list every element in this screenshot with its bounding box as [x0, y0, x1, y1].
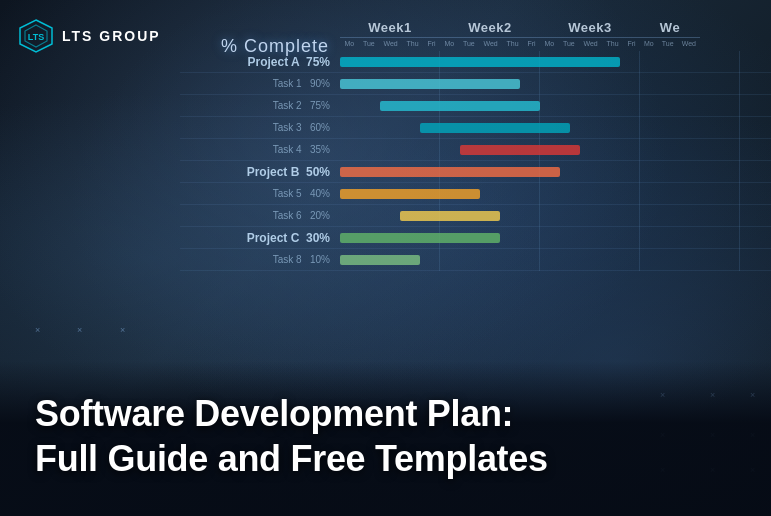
logo-text: LTS GROUP: [62, 28, 161, 44]
task-8-label: Task 8 10%: [180, 254, 340, 265]
project-a-bar: [340, 57, 620, 67]
dot-marker: ×: [120, 325, 125, 335]
task-6-bars: [340, 205, 771, 227]
week4-days: Mo Tue Wed: [640, 40, 700, 47]
text-overlay: Software Development Plan: Full Guide an…: [0, 361, 771, 516]
task-1-bars: [340, 73, 771, 95]
project-a-bars: [340, 51, 771, 73]
title-line2: Full Guide and Free Templates: [35, 438, 548, 479]
task-3-bars: [340, 117, 771, 139]
table-row: Task 6 20%: [180, 205, 771, 227]
task-8-bar: [340, 255, 420, 265]
task-3-label: Task 3 60%: [180, 122, 340, 133]
table-row: Task 2 75%: [180, 95, 771, 117]
task-6-bar: [400, 211, 500, 221]
gantt-chart: Week1 Week2 Week3 We Mo Tue Wed Thu Fri …: [180, 20, 771, 380]
project-c-bars: [340, 227, 771, 249]
week-3-header: Week3: [540, 20, 640, 38]
dot-marker: ×: [77, 325, 82, 335]
dot-marker: ×: [35, 325, 40, 335]
project-c-bar: [340, 233, 500, 243]
hero-container: LTS LTS GROUP % Complete Week1 Week2 Wee…: [0, 0, 771, 516]
task-8-bars: [340, 249, 771, 271]
project-c-label: Project C 30%: [180, 231, 340, 245]
table-row: Project C 30%: [180, 227, 771, 249]
lts-logo-icon: LTS: [18, 18, 54, 54]
project-b-bar: [340, 167, 560, 177]
svg-text:LTS: LTS: [28, 32, 44, 42]
table-row: Project B 50%: [180, 161, 771, 183]
table-row: Task 1 90%: [180, 73, 771, 95]
task-2-bars: [340, 95, 771, 117]
table-row: Task 8 10%: [180, 249, 771, 271]
task-4-bars: [340, 139, 771, 161]
page-title: Software Development Plan: Full Guide an…: [35, 391, 736, 481]
week1-days: Mo Tue Wed Thu Fri: [340, 40, 440, 47]
logo: LTS LTS GROUP: [18, 18, 161, 54]
gantt-day-headers: Mo Tue Wed Thu Fri Mo Tue Wed Thu Fri Mo…: [340, 40, 771, 47]
task-2-bar: [380, 101, 540, 111]
task-1-bar: [340, 79, 520, 89]
table-row: Task 4 35%: [180, 139, 771, 161]
week-4-header: We: [640, 20, 700, 38]
pct-complete-label: % Complete: [221, 36, 329, 57]
week-1-header: Week1: [340, 20, 440, 38]
task-1-label: Task 1 90%: [180, 78, 340, 89]
table-row: Task 5 40%: [180, 183, 771, 205]
table-row: Task 3 60%: [180, 117, 771, 139]
task-6-label: Task 6 20%: [180, 210, 340, 221]
gantt-rows: Project A 75% Task 1 90% Task 2 75% Tas: [180, 51, 771, 271]
task-5-bars: [340, 183, 771, 205]
task-2-label: Task 2 75%: [180, 100, 340, 111]
week-2-header: Week2: [440, 20, 540, 38]
task-3-bar: [420, 123, 570, 133]
project-b-label: Project B 50%: [180, 165, 340, 179]
title-line1: Software Development Plan:: [35, 393, 513, 434]
week2-days: Mo Tue Wed Thu Fri: [440, 40, 540, 47]
task-4-bar: [460, 145, 580, 155]
gantt-week-headers: Week1 Week2 Week3 We: [340, 20, 771, 38]
week3-days: Mo Tue Wed Thu Fri: [540, 40, 640, 47]
task-4-label: Task 4 35%: [180, 144, 340, 155]
project-b-bars: [340, 161, 771, 183]
task-5-bar: [340, 189, 480, 199]
task-5-label: Task 5 40%: [180, 188, 340, 199]
